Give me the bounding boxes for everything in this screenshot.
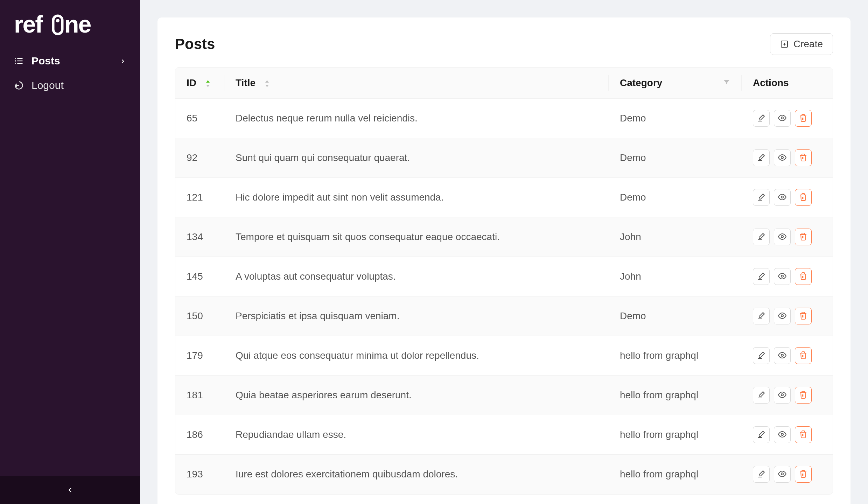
list-icon [14, 56, 24, 66]
column-header-actions: Actions [742, 68, 833, 99]
trash-icon [799, 312, 807, 321]
cell-category: hello from graphql [609, 415, 742, 455]
svg-point-32 [781, 394, 783, 396]
trash-icon [799, 114, 807, 123]
view-button[interactable] [774, 268, 791, 285]
cell-category: John [609, 257, 742, 296]
edit-button[interactable] [753, 149, 770, 166]
view-button[interactable] [774, 387, 791, 404]
cell-actions [742, 99, 833, 138]
edit-button[interactable] [753, 268, 770, 285]
cell-id: 121 [175, 178, 224, 217]
cell-actions [742, 336, 833, 376]
view-button[interactable] [774, 308, 791, 324]
delete-button[interactable] [795, 229, 812, 245]
svg-point-7 [15, 58, 16, 58]
view-button[interactable] [774, 347, 791, 364]
table-row: 150Perspiciatis et ipsa quisquam veniam.… [175, 296, 833, 336]
sidebar-item-posts[interactable]: Posts [0, 49, 140, 73]
sidebar-collapse-button[interactable] [0, 476, 140, 504]
view-button[interactable] [774, 110, 791, 127]
cell-id: 186 [175, 415, 224, 455]
svg-point-20 [781, 156, 783, 159]
trash-icon [799, 351, 807, 360]
delete-button[interactable] [795, 308, 812, 324]
cell-id: 92 [175, 138, 224, 178]
column-header-category[interactable]: Category [609, 68, 742, 99]
svg-point-24 [781, 236, 783, 238]
sort-icon [264, 80, 270, 87]
edit-button[interactable] [753, 347, 770, 364]
cell-id: 134 [175, 217, 224, 257]
svg-point-8 [15, 61, 16, 61]
edit-button[interactable] [753, 110, 770, 127]
cell-actions [742, 415, 833, 455]
edit-button[interactable] [753, 387, 770, 404]
svg-point-26 [781, 275, 783, 277]
eye-icon [778, 351, 786, 360]
create-button-label: Create [793, 38, 823, 50]
posts-card: Posts Create ID [158, 18, 850, 504]
cell-title: Qui atque eos consequatur minima ut dolo… [224, 336, 609, 376]
cell-title: Iure est dolores exercitationem quibusda… [224, 455, 609, 494]
filter-icon[interactable] [723, 77, 730, 89]
view-button[interactable] [774, 189, 791, 206]
eye-icon [778, 153, 786, 163]
edit-icon [757, 272, 765, 281]
cell-title: Delectus neque rerum nulla vel reiciendi… [224, 99, 609, 138]
delete-button[interactable] [795, 110, 812, 127]
delete-button[interactable] [795, 387, 812, 404]
cell-id: 181 [175, 376, 224, 415]
table-row: 145A voluptas aut consequatur voluptas.J… [175, 257, 833, 296]
trash-icon [799, 153, 807, 163]
delete-button[interactable] [795, 189, 812, 206]
svg-point-36 [781, 473, 783, 475]
trash-icon [799, 193, 807, 202]
delete-button[interactable] [795, 149, 812, 166]
table-row: 65Delectus neque rerum nulla vel reicien… [175, 99, 833, 138]
cell-title: Sunt qui quam qui consequatur quaerat. [224, 138, 609, 178]
sidebar-item-logout[interactable]: Logout [0, 73, 140, 98]
edit-button[interactable] [753, 229, 770, 245]
column-header-id[interactable]: ID [175, 68, 224, 99]
edit-icon [757, 312, 765, 321]
svg-rect-1 [53, 16, 62, 34]
edit-button[interactable] [753, 189, 770, 206]
sidebar: refne Posts Logout [0, 0, 140, 504]
svg-point-34 [781, 433, 783, 435]
svg-point-9 [15, 63, 16, 63]
table-row: 193Iure est dolores exercitationem quibu… [175, 455, 833, 494]
view-button[interactable] [774, 466, 791, 483]
cell-id: 145 [175, 257, 224, 296]
cell-category: hello from graphql [609, 376, 742, 415]
delete-button[interactable] [795, 268, 812, 285]
cell-title: Quia beatae asperiores earum deserunt. [224, 376, 609, 415]
edit-icon [757, 232, 765, 242]
cell-actions [742, 138, 833, 178]
cell-actions [742, 376, 833, 415]
plus-square-icon [780, 40, 789, 48]
edit-icon [757, 470, 765, 479]
delete-button[interactable] [795, 426, 812, 443]
svg-point-2 [56, 19, 59, 22]
column-header-title[interactable]: Title [224, 68, 609, 99]
create-button[interactable]: Create [770, 33, 833, 55]
edit-button[interactable] [753, 466, 770, 483]
cell-title: Repudiandae ullam esse. [224, 415, 609, 455]
edit-button[interactable] [753, 308, 770, 324]
view-button[interactable] [774, 229, 791, 245]
svg-marker-14 [206, 85, 210, 87]
cell-category: Demo [609, 178, 742, 217]
table-row: 186Repudiandae ullam esse.hello from gra… [175, 415, 833, 455]
edit-button[interactable] [753, 426, 770, 443]
cell-category: Demo [609, 138, 742, 178]
delete-button[interactable] [795, 347, 812, 364]
svg-point-28 [781, 315, 783, 317]
cell-category: Demo [609, 296, 742, 336]
view-button[interactable] [774, 426, 791, 443]
delete-button[interactable] [795, 466, 812, 483]
table-row: 181Quia beatae asperiores earum deserunt… [175, 376, 833, 415]
view-button[interactable] [774, 149, 791, 166]
cell-actions [742, 217, 833, 257]
cell-id: 179 [175, 336, 224, 376]
